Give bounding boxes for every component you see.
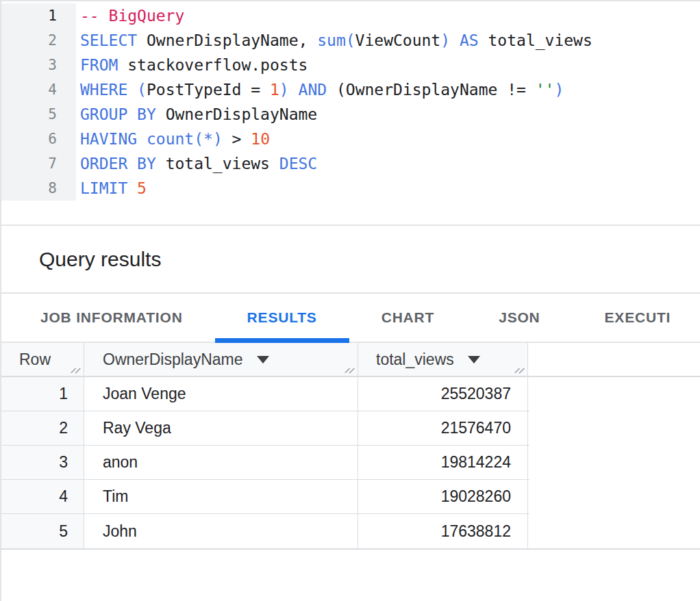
table-header-row: Row OwnerDisplayName total_views	[1, 343, 700, 377]
column-resize-handle-icon[interactable]	[69, 362, 82, 374]
owner-name-cell: Joan Venge	[84, 377, 358, 411]
code-token: SELECT	[80, 31, 137, 49]
column-header-row: Row	[1, 343, 84, 376]
table-row: 2Ray Vega21576470	[1, 411, 529, 446]
code-token: OwnerDisplayName	[156, 105, 317, 123]
code-token: 5	[137, 179, 147, 197]
line-number: 6	[1, 127, 76, 151]
code-token: 1	[270, 81, 279, 99]
column-resize-handle-icon[interactable]	[343, 362, 355, 374]
code-line: 7ORDER BY total_views DESC	[1, 151, 700, 176]
code-token: LIMIT	[80, 179, 127, 197]
code-token: HAVING	[80, 130, 137, 148]
column-menu-arrow-icon[interactable]	[257, 356, 269, 363]
column-header-ownerdisplayname: OwnerDisplayName	[84, 343, 358, 376]
tab-results[interactable]: RESULTS	[215, 294, 349, 342]
code-token: AS	[460, 31, 479, 49]
code-token: WHERE	[80, 81, 127, 99]
table-row: 5John17638812	[1, 514, 529, 548]
code-text: WHERE (PostTypeId = 1) AND (OwnerDisplay…	[76, 77, 564, 102]
code-token: FROM	[80, 56, 118, 74]
code-text: ORDER BY total_views DESC	[76, 151, 317, 176]
line-number: 5	[1, 102, 76, 127]
tab-executi[interactable]: EXECUTI	[573, 294, 700, 342]
owner-name-cell: Ray Vega	[84, 411, 358, 445]
code-token	[289, 81, 299, 99]
code-token: ''	[536, 81, 555, 99]
code-line: 2SELECT OwnerDisplayName, sum(ViewCount)…	[1, 28, 700, 53]
column-header-total-views: total_views	[358, 343, 528, 376]
total-views-cell: 25520387	[358, 377, 528, 411]
tab-label: EXECUTI	[605, 309, 671, 326]
total-views-cell: 21576470	[358, 411, 528, 445]
row-number-cell: 1	[1, 377, 84, 411]
tab-label: JOB INFORMATION	[40, 309, 183, 326]
bigquery-query-panel: 1-- BigQuery2SELECT OwnerDisplayName, su…	[0, 0, 700, 601]
code-token: total_views	[479, 31, 592, 49]
query-results-header: Query results	[1, 226, 700, 294]
code-line: 3FROM stackoverflow.posts	[1, 53, 700, 77]
code-token: 10	[251, 130, 270, 148]
code-token: DESC	[279, 155, 317, 172]
code-token: GROUP BY	[80, 105, 156, 123]
column-header-label: Row	[19, 350, 51, 369]
results-tabbar: JOB INFORMATIONRESULTSCHARTJSONEXECUTI	[1, 294, 700, 343]
code-token: (	[137, 81, 147, 99]
line-number: 2	[1, 28, 76, 53]
page-title: Query results	[39, 248, 161, 271]
column-resize-handle-icon[interactable]	[513, 362, 525, 374]
total-views-cell: 19028260	[358, 480, 528, 513]
table-row: 1Joan Venge25520387	[1, 377, 529, 411]
code-area: 1-- BigQuery2SELECT OwnerDisplayName, su…	[1, 1, 700, 201]
line-number: 4	[1, 77, 76, 102]
header-filler	[528, 343, 700, 376]
line-number: 8	[1, 176, 76, 201]
code-token: )	[279, 81, 289, 99]
sql-editor[interactable]: 1-- BigQuery2SELECT OwnerDisplayName, su…	[1, 1, 700, 225]
owner-name-cell: Tim	[84, 480, 358, 513]
tab-json[interactable]: JSON	[466, 294, 572, 342]
code-text: FROM stackoverflow.posts	[76, 53, 308, 77]
code-text: LIMIT 5	[76, 176, 147, 201]
row-number-cell: 3	[1, 446, 84, 479]
code-token: OwnerDisplayName,	[137, 31, 317, 49]
code-token	[127, 81, 137, 99]
table-bottom-border	[1, 548, 700, 550]
code-token: ORDER BY	[80, 155, 156, 172]
code-token: (OwnerDisplayName !=	[327, 81, 536, 99]
code-line: 6HAVING count(*) > 10	[1, 127, 700, 151]
code-line: 4WHERE (PostTypeId = 1) AND (OwnerDispla…	[1, 77, 700, 102]
tab-label: JSON	[499, 309, 540, 326]
code-token: sum(	[317, 31, 355, 49]
code-token: )	[440, 31, 450, 49]
column-menu-arrow-icon[interactable]	[468, 356, 480, 363]
code-token: )	[554, 81, 564, 99]
column-header-label: OwnerDisplayName	[103, 350, 243, 369]
total-views-cell: 17638812	[358, 514, 528, 548]
code-text: SELECT OwnerDisplayName, sum(ViewCount) …	[76, 28, 592, 53]
code-text: -- BigQuery	[76, 3, 184, 28]
results-tbody: 1Joan Venge255203872Ray Vega215764703ano…	[1, 377, 529, 548]
tab-label: RESULTS	[247, 309, 317, 326]
code-line: 1-- BigQuery	[1, 3, 700, 28]
total-views-cell: 19814224	[358, 446, 528, 479]
code-token: AND	[299, 81, 327, 99]
code-token: >	[223, 130, 251, 148]
owner-name-cell: anon	[84, 446, 358, 479]
code-line: 5GROUP BY OwnerDisplayName	[1, 102, 700, 127]
code-token	[137, 130, 147, 148]
results-table: Row OwnerDisplayName total_views	[1, 343, 700, 550]
code-token: stackoverflow.posts	[118, 56, 308, 74]
active-tab-underline	[215, 338, 349, 343]
code-text: GROUP BY OwnerDisplayName	[76, 102, 317, 127]
tab-chart[interactable]: CHART	[349, 294, 467, 342]
tab-job-information[interactable]: JOB INFORMATION	[8, 294, 215, 342]
row-number-cell: 4	[1, 480, 84, 513]
code-token	[450, 31, 460, 49]
column-header-label: total_views	[376, 350, 454, 369]
code-token: ViewCount	[355, 31, 441, 49]
code-token: -- BigQuery	[80, 7, 184, 25]
line-number: 1	[1, 3, 76, 28]
row-number-cell: 5	[1, 514, 84, 548]
table-row: 3anon19814224	[1, 446, 529, 480]
